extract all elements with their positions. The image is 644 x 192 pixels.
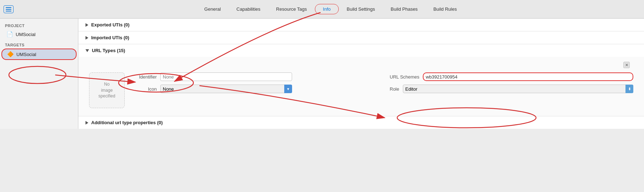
image-placeholder-text: Noimagespecified	[98, 81, 115, 99]
role-label: Role	[390, 86, 399, 92]
project-item-label: UMSocial	[16, 32, 36, 37]
url-type-form: Noimagespecified Identifier Icon	[89, 70, 633, 111]
identifier-input[interactable]	[160, 72, 292, 81]
tab-general[interactable]: General	[197, 4, 229, 14]
url-schemes-row: URL Schemes	[390, 72, 633, 81]
triangle-right-icon	[85, 36, 88, 40]
sidebar-toggle-icon	[6, 7, 11, 11]
role-select[interactable]: Editor Viewer Shell None	[403, 85, 633, 93]
icon-label: Icon	[132, 86, 157, 92]
main-area: PROJECT 📄 UMSocial TARGETS 🔶 UMSocial Ex…	[0, 19, 644, 129]
url-types-content: ✕ Noimagespecified	[78, 57, 644, 116]
tab-capabilities[interactable]: Capabilities	[229, 4, 268, 14]
close-x-button[interactable]: ✕	[623, 62, 630, 68]
triangle-right-icon	[85, 23, 88, 27]
tab-resource-tags[interactable]: Resource Tags	[268, 4, 315, 14]
icon-select-wrapper: None ▼	[160, 85, 292, 93]
content-panel: Exported UTIs (0) Imported UTIs (0) URL …	[78, 19, 644, 129]
sidebar-toggle-button[interactable]	[4, 5, 14, 13]
targets-section-label: TARGETS	[0, 43, 78, 49]
close-x-icon: ✕	[625, 63, 628, 67]
triangle-down-icon	[85, 49, 89, 52]
exported-utis-title: Exported UTIs (0)	[91, 22, 130, 27]
identifier-label: Identifier	[132, 74, 157, 80]
additional-props-row[interactable]: Additional url type properties (0)	[78, 116, 644, 129]
target-item-label: UMSocial	[16, 52, 36, 57]
role-row: Role Editor Viewer Shell None ⬍	[390, 85, 633, 93]
imported-utis-title: Imported UTIs (0)	[91, 35, 129, 40]
exported-utis-row[interactable]: Exported UTIs (0)	[78, 19, 644, 31]
sidebar-item-umsocial-target[interactable]: 🔶 UMSocial	[1, 49, 77, 60]
tab-build-settings[interactable]: Build Settings	[339, 4, 383, 14]
identifier-row: Identifier	[132, 72, 375, 81]
project-icon: 📄	[6, 31, 13, 37]
icon-select[interactable]: None	[160, 85, 292, 93]
image-placeholder: Noimagespecified	[89, 72, 125, 108]
icon-row: Icon None ▼	[132, 85, 375, 93]
top-nav-bar: General Capabilities Resource Tags Info …	[0, 0, 644, 19]
close-x-row: ✕	[89, 60, 633, 70]
sidebar-item-project[interactable]: 📄 UMSocial	[1, 29, 77, 39]
imported-utis-row[interactable]: Imported UTIs (0)	[78, 31, 644, 44]
tab-build-phases[interactable]: Build Phases	[383, 4, 426, 14]
url-schemes-label: URL Schemes	[390, 74, 419, 80]
sidebar: PROJECT 📄 UMSocial TARGETS 🔶 UMSocial	[0, 19, 78, 129]
image-placeholder-col: Noimagespecified	[89, 72, 125, 108]
tab-info[interactable]: Info	[315, 4, 339, 14]
target-icon: 🔶	[7, 51, 14, 57]
project-section-label: PROJECT	[0, 24, 78, 29]
form-fields: Identifier Icon None ▼	[132, 72, 633, 108]
role-select-wrapper: Editor Viewer Shell None ⬍	[403, 85, 633, 93]
tab-build-rules[interactable]: Build Rules	[426, 4, 465, 14]
url-types-row[interactable]: URL Types (15)	[78, 44, 644, 57]
url-types-title: URL Types (15)	[92, 48, 125, 53]
url-schemes-input[interactable]	[423, 72, 633, 81]
nav-tabs: General Capabilities Resource Tags Info …	[21, 4, 640, 14]
right-field-col: URL Schemes Role Editor Viewer Shell	[383, 72, 633, 108]
triangle-right-icon	[85, 121, 88, 125]
additional-props-title: Additional url type properties (0)	[91, 120, 163, 125]
left-field-col: Identifier Icon None ▼	[132, 72, 383, 108]
